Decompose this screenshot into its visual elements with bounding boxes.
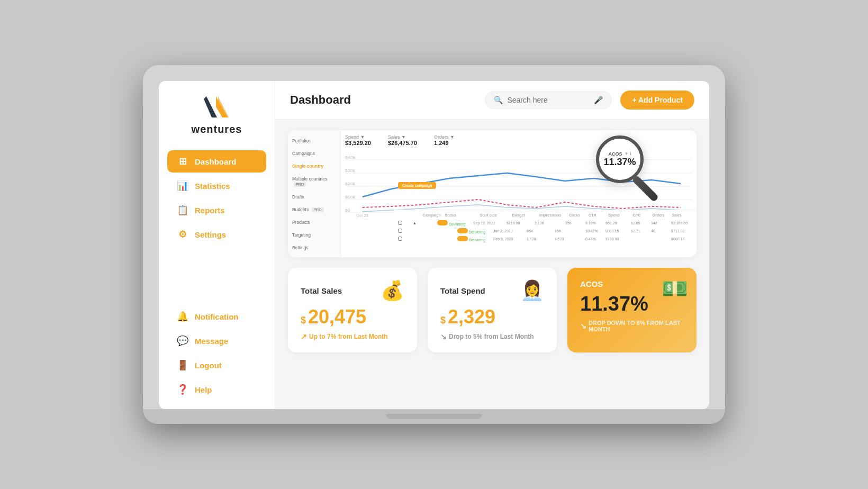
- stats-row: Total Sales 💰 $ 20,475 ↗ Up to 7% from L…: [288, 268, 697, 352]
- total-sales-icon: 💰: [381, 279, 404, 302]
- total-spend-icon: 👩‍💼: [520, 279, 544, 302]
- dashboard-icon: ⊞: [177, 156, 188, 167]
- svg-text:$20k: $20k: [345, 181, 356, 186]
- statistics-icon: 📊: [177, 180, 188, 192]
- total-sales-value: 20,475: [308, 306, 366, 328]
- toggle[interactable]: [457, 236, 468, 241]
- main-content: Dashboard 🔍 🎤 + Add Product: [275, 81, 709, 409]
- chart-sidebar-history: History: [292, 256, 336, 257]
- acos-card: ACOS 💵 11.37% ↘ DROP DOWN TO 8% FROM LAS…: [567, 268, 697, 352]
- chart-sidebar-settings: Settings: [292, 243, 336, 252]
- sidebar-item-label: Statistics: [195, 182, 230, 191]
- chart-inner: Portfolios Campaigns Single country Mult…: [288, 130, 697, 257]
- arrow-down-icon: ↘: [440, 332, 447, 341]
- chart-main-panel: Spend ▼ $3,529.20 Sales ▼ $26,475.70 Ord…: [341, 130, 697, 257]
- search-icon: 🔍: [494, 96, 503, 104]
- sidebar-item-message[interactable]: 💬 Message: [167, 330, 266, 352]
- screen: wentures ⊞ Dashboard 📊 Statistics 📋 Repo…: [159, 81, 709, 409]
- add-product-button[interactable]: + Add Product: [620, 90, 694, 110]
- chart-table-area: Campaign Status Start date Budget Impres…: [394, 210, 697, 257]
- chart-stat-orders: Orders ▼ 1,249: [434, 134, 455, 146]
- chart-sidebar-panel: Portfolios Campaigns Single country Mult…: [288, 130, 341, 257]
- nav-bottom: 🔔 Notification 💬 Message 🚪 Logout ❓ Help: [159, 305, 275, 401]
- sidebar-item-label: Settings: [195, 230, 226, 239]
- laptop-notch: [386, 414, 482, 419]
- chart-sidebar-campaigns: Campaigns: [292, 149, 336, 158]
- notification-icon: 🔔: [177, 311, 188, 322]
- total-spend-value: 2,329: [448, 306, 495, 328]
- logout-icon: 🚪: [177, 359, 188, 371]
- logo-icon: [201, 94, 233, 120]
- create-campaign-button[interactable]: Create campaign: [398, 182, 436, 189]
- svg-text:$10k: $10k: [345, 194, 356, 200]
- total-spend-currency: $: [440, 315, 446, 326]
- sidebar-item-label: Dashboard: [195, 157, 236, 166]
- nav-list: ⊞ Dashboard 📊 Statistics 📋 Reports ⚙ Set…: [159, 150, 275, 246]
- acos-value: 11.37%: [580, 293, 648, 315]
- help-icon: ❓: [177, 384, 188, 395]
- dashboard-body: Portfolios Campaigns Single country Mult…: [275, 120, 709, 409]
- acos-title: ACOS: [580, 279, 603, 288]
- total-sales-value-row: $ 20,475: [301, 306, 404, 328]
- chart-sidebar-budgets: Budgets PRO: [292, 205, 336, 214]
- svg-text:$40k: $40k: [345, 155, 356, 160]
- chart-sidebar-single[interactable]: Single country: [292, 162, 336, 170]
- toggle[interactable]: [437, 220, 448, 225]
- total-spend-header: Total Spend 👩‍💼: [440, 279, 544, 302]
- laptop-frame: wentures ⊞ Dashboard 📊 Statistics 📋 Repo…: [143, 65, 725, 424]
- search-input[interactable]: [507, 96, 590, 104]
- app-name: wentures: [192, 123, 242, 135]
- total-spend-value-row: $ 2,329: [440, 306, 544, 328]
- mic-icon: 🎤: [594, 96, 603, 104]
- chart-sidebar-drafts: Drafts: [292, 193, 336, 201]
- svg-text:$30k: $30k: [345, 168, 356, 173]
- table-row: Delivering Jan 2, 2020 864 159 10.47% $3…: [398, 227, 692, 235]
- total-sales-header: Total Sales 💰: [301, 279, 404, 302]
- settings-icon: ⚙: [177, 229, 188, 240]
- svg-text:$0: $0: [345, 207, 350, 213]
- total-sales-change: ↗ Up to 7% from Last Month: [301, 332, 404, 341]
- message-icon: 💬: [177, 335, 188, 347]
- header: Dashboard 🔍 🎤 + Add Product: [275, 81, 709, 120]
- chart-stats-row: Spend ▼ $3,529.20 Sales ▼ $26,475.70 Ord…: [345, 134, 692, 146]
- total-sales-title: Total Sales: [301, 286, 342, 295]
- mini-table-header: Campaign Status Start date Budget Impres…: [398, 213, 692, 217]
- arrow-down-white-icon: ↘: [580, 322, 586, 330]
- sidebar-item-label: Message: [195, 337, 228, 346]
- sidebar-item-notification[interactable]: 🔔 Notification: [167, 305, 266, 328]
- svg-marker-0: [204, 96, 217, 117]
- sidebar-item-settings[interactable]: ⚙ Settings: [167, 223, 266, 246]
- chart-sidebar-portfolios: Portfolios: [292, 137, 336, 145]
- table-row: ▲ Delivering Sep 12, 2022 $219.00 2,136 …: [398, 219, 692, 227]
- chart-sidebar-products: Products: [292, 218, 336, 227]
- sidebar-item-label: Reports: [195, 206, 225, 215]
- chart-stat-sales: Sales ▼ $26,475.70: [388, 134, 417, 146]
- chart-stat-spend: Spend ▼ $3,529.20: [345, 134, 371, 146]
- sidebar-item-label: Notification: [195, 312, 239, 321]
- sidebar-item-dashboard[interactable]: ⊞ Dashboard: [167, 150, 266, 173]
- chart-svg: $40k $30k $20k $10k $0: [345, 149, 692, 218]
- header-right: 🔍 🎤 + Add Product: [485, 90, 694, 110]
- chart-sidebar-multiple: Multiple countries PRO: [292, 175, 336, 188]
- sidebar-item-label: Help: [195, 385, 212, 394]
- sidebar-item-help[interactable]: ❓ Help: [167, 378, 266, 401]
- total-spend-card: Total Spend 👩‍💼 $ 2,329 ↘ Drop to 5% fro…: [428, 268, 557, 352]
- sidebar: wentures ⊞ Dashboard 📊 Statistics 📋 Repo…: [159, 81, 275, 409]
- sidebar-item-reports[interactable]: 📋 Reports: [167, 199, 266, 221]
- page-title: Dashboard: [290, 93, 351, 107]
- table-row: Delivering Feb 9, 2020 1,520 1,520 0.44%…: [398, 235, 692, 243]
- sidebar-item-logout[interactable]: 🚪 Logout: [167, 354, 266, 376]
- svg-marker-3: [218, 96, 229, 117]
- chart-area: Portfolios Campaigns Single country Mult…: [288, 130, 697, 257]
- svg-text:Oct 23: Oct 23: [357, 213, 369, 218]
- sidebar-item-label: Logout: [195, 361, 222, 370]
- total-spend-title: Total Spend: [440, 286, 485, 295]
- chart-sidebar-targeting: Targeting: [292, 231, 336, 239]
- acos-change: ↘ DROP DOWN TO 8% FROM LAST MONTH: [580, 320, 684, 332]
- sidebar-item-statistics[interactable]: 📊 Statistics: [167, 175, 266, 197]
- logo-area: wentures: [192, 94, 242, 135]
- reports-icon: 📋: [177, 204, 188, 216]
- laptop-base: [143, 409, 725, 424]
- arrow-up-icon: ↗: [301, 332, 307, 341]
- toggle[interactable]: [457, 228, 468, 233]
